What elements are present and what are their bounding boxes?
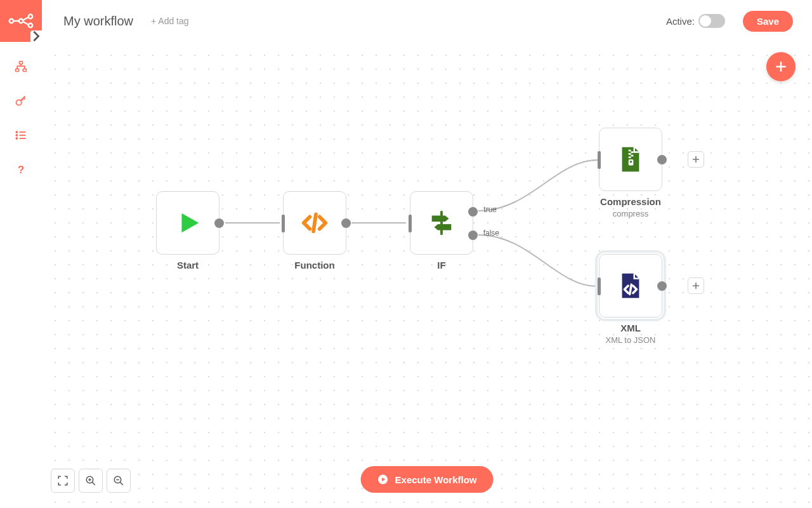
zip-file-icon bbox=[616, 145, 645, 174]
branch-label-false: false bbox=[483, 229, 499, 237]
add-after-compression[interactable] bbox=[688, 151, 704, 168]
port-out-true[interactable] bbox=[468, 207, 478, 217]
node-title: Compression bbox=[600, 196, 661, 207]
play-circle-icon bbox=[377, 474, 389, 485]
list-icon bbox=[15, 129, 27, 142]
code-brackets-icon bbox=[300, 208, 329, 237]
svg-point-16 bbox=[16, 138, 17, 139]
svg-line-27 bbox=[92, 482, 95, 485]
active-label: Active: bbox=[666, 16, 695, 27]
port-out[interactable] bbox=[341, 218, 351, 228]
node-title: XML bbox=[620, 323, 641, 333]
svg-text:?: ? bbox=[18, 164, 24, 176]
workflows-icon bbox=[15, 60, 27, 73]
zoom-in-button[interactable] bbox=[79, 469, 103, 493]
branch-label-true: true bbox=[483, 205, 497, 214]
execute-label: Execute Workflow bbox=[395, 474, 477, 485]
header: My workflow + Add tag Active: Save bbox=[42, 0, 812, 42]
svg-rect-22 bbox=[631, 155, 634, 157]
workflow-name[interactable]: My workflow bbox=[63, 14, 133, 29]
port-in[interactable] bbox=[598, 277, 601, 295]
node-subtitle: compress bbox=[613, 209, 648, 218]
port-out-false[interactable] bbox=[468, 231, 478, 240]
app-logo[interactable] bbox=[0, 0, 42, 42]
add-node-button[interactable] bbox=[766, 52, 796, 81]
nav-executions[interactable] bbox=[0, 118, 42, 152]
plus-icon bbox=[692, 282, 700, 290]
logo-icon bbox=[8, 13, 34, 29]
nav-credentials[interactable] bbox=[0, 84, 42, 118]
port-in[interactable] bbox=[598, 151, 601, 169]
node-compression[interactable]: Compression compress bbox=[599, 128, 662, 191]
plus-icon bbox=[775, 60, 787, 73]
add-tag-button[interactable]: + Add tag bbox=[151, 16, 189, 26]
zoom-out-button[interactable] bbox=[107, 469, 131, 493]
help-icon: ? bbox=[15, 163, 27, 176]
node-if[interactable]: true false IF bbox=[410, 191, 473, 255]
connections-layer bbox=[42, 42, 812, 508]
svg-rect-20 bbox=[631, 151, 634, 153]
svg-line-31 bbox=[120, 482, 123, 485]
nav-help[interactable]: ? bbox=[0, 152, 42, 187]
workflow-canvas[interactable]: Start Function true bbox=[42, 42, 812, 508]
port-out[interactable] bbox=[657, 155, 667, 164]
svg-point-3 bbox=[29, 23, 32, 27]
expand-icon bbox=[57, 475, 69, 486]
svg-rect-9 bbox=[23, 69, 26, 71]
svg-point-0 bbox=[10, 19, 13, 23]
node-xml[interactable]: XML XML to JSON bbox=[599, 254, 662, 318]
svg-point-2 bbox=[29, 15, 32, 18]
sidebar-expand-button[interactable] bbox=[30, 30, 42, 42]
svg-rect-23 bbox=[629, 156, 631, 158]
zoom-out-icon bbox=[113, 475, 124, 486]
node-title: Start bbox=[177, 260, 199, 271]
svg-rect-18 bbox=[440, 211, 443, 235]
node-title: IF bbox=[437, 260, 445, 271]
nav-workflows[interactable] bbox=[0, 50, 42, 84]
sidebar: ? bbox=[0, 0, 42, 508]
port-out[interactable] bbox=[657, 281, 667, 291]
zoom-in-icon bbox=[85, 475, 96, 486]
add-after-xml[interactable] bbox=[688, 277, 704, 294]
view-controls bbox=[51, 469, 131, 493]
plus-icon bbox=[692, 156, 700, 163]
save-button[interactable]: Save bbox=[743, 11, 793, 32]
chevron-right-icon bbox=[30, 29, 42, 44]
fit-view-button[interactable] bbox=[51, 469, 75, 493]
svg-point-15 bbox=[16, 135, 17, 136]
node-start[interactable]: Start bbox=[156, 191, 219, 255]
port-in[interactable] bbox=[282, 215, 285, 232]
code-file-icon bbox=[616, 271, 645, 300]
svg-rect-8 bbox=[16, 69, 19, 71]
svg-point-1 bbox=[19, 19, 23, 23]
port-in[interactable] bbox=[409, 215, 412, 232]
key-icon bbox=[15, 95, 27, 107]
execute-workflow-button[interactable]: Execute Workflow bbox=[361, 466, 494, 493]
svg-line-6 bbox=[23, 22, 29, 25]
svg-rect-19 bbox=[629, 150, 631, 152]
svg-rect-21 bbox=[629, 153, 631, 155]
svg-point-25 bbox=[630, 161, 632, 163]
signpost-icon bbox=[427, 208, 456, 237]
play-icon bbox=[173, 208, 202, 237]
node-function[interactable]: Function bbox=[283, 191, 346, 255]
svg-rect-7 bbox=[20, 62, 23, 64]
node-title: Function bbox=[294, 260, 334, 271]
svg-point-14 bbox=[16, 131, 17, 133]
port-out[interactable] bbox=[214, 218, 224, 228]
node-subtitle: XML to JSON bbox=[606, 335, 656, 345]
active-toggle[interactable] bbox=[698, 14, 725, 28]
svg-line-5 bbox=[23, 17, 29, 20]
